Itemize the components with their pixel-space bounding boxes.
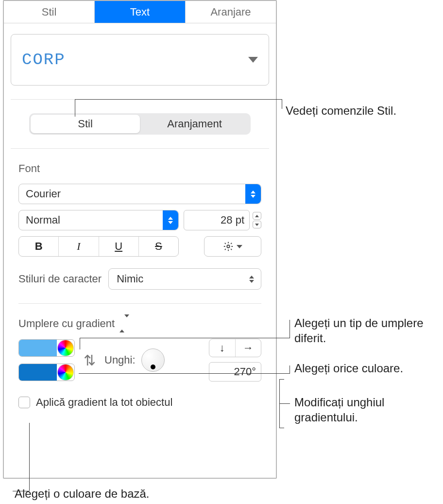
leader-line xyxy=(79,373,290,374)
callout-angle: Modificați unghiul gradientului. xyxy=(294,395,430,425)
chevron-down-icon xyxy=(248,57,258,63)
strikethrough-button[interactable]: S xyxy=(139,237,178,256)
bold-button[interactable]: B xyxy=(19,237,59,256)
stop2-swatch[interactable] xyxy=(19,364,57,381)
fill-type-label: Umplere cu gradient xyxy=(18,317,115,330)
leader-line xyxy=(279,403,290,404)
svg-point-0 xyxy=(227,245,230,248)
tab-text[interactable]: Text xyxy=(95,1,186,23)
callout-base-color: Alegeți o culoare de bază. xyxy=(15,486,150,501)
leader-line xyxy=(279,379,284,380)
direction-right-button[interactable]: → xyxy=(236,339,261,357)
advanced-options-button[interactable] xyxy=(204,236,261,257)
font-section-label: Font xyxy=(18,162,261,175)
updown-icon xyxy=(245,184,261,204)
direction-down-button[interactable]: ↓ xyxy=(209,339,236,357)
leader-line xyxy=(80,338,80,349)
segment-style[interactable]: Stil xyxy=(31,115,140,133)
leader-line xyxy=(29,423,30,491)
callout-see-style: Vedeți comenzile Stil. xyxy=(286,103,396,118)
angle-label: Unghi: xyxy=(104,354,136,366)
leader-line xyxy=(13,491,29,491)
character-styles-label: Stiluri de caracter xyxy=(18,273,102,285)
callout-fill-type: Alegeți un tip de umplere diferit. xyxy=(294,315,430,346)
text-format-group: B I U S xyxy=(18,236,179,257)
font-family-popup[interactable]: Courier xyxy=(18,184,261,204)
font-typeface-popup[interactable]: Normal xyxy=(18,210,179,230)
angle-field[interactable]: 270° xyxy=(209,362,261,382)
character-styles-value: Nimic xyxy=(117,273,143,285)
italic-button[interactable]: I xyxy=(59,237,99,256)
divider xyxy=(18,303,261,304)
leader-line xyxy=(282,99,282,109)
tab-arrange[interactable]: Aranjare xyxy=(186,1,276,23)
apply-gradient-checkbox[interactable] xyxy=(18,397,30,408)
paragraph-style-popup[interactable]: CORP xyxy=(11,34,269,86)
flip-gradient-icon[interactable]: ⇅ xyxy=(84,352,96,369)
paragraph-style-name: CORP xyxy=(22,51,66,69)
stepper-down[interactable] xyxy=(253,221,261,228)
angle-value: 270° xyxy=(234,365,256,378)
leader-line xyxy=(75,99,282,100)
color-wheel-icon[interactable] xyxy=(57,364,74,381)
font-size-field[interactable]: 28 pt xyxy=(184,210,250,230)
divider xyxy=(11,148,269,149)
fill-type-popup[interactable]: Umplere cu gradient xyxy=(18,317,261,330)
font-size-value: 28 pt xyxy=(221,214,244,226)
gradient-direction-group: ↓ → xyxy=(209,339,261,357)
style-arrangement-segment: Stil Aranjament xyxy=(29,113,251,135)
gear-icon xyxy=(223,241,234,252)
gradient-stops xyxy=(18,339,75,381)
stepper-up[interactable] xyxy=(253,212,261,220)
character-styles-popup[interactable]: Nimic xyxy=(108,268,261,290)
top-tabs: Stil Text Aranjare xyxy=(4,1,276,23)
stop1-swatch[interactable] xyxy=(19,340,57,356)
leader-line xyxy=(279,428,284,428)
knob-dot-icon xyxy=(151,365,155,369)
underline-button[interactable]: U xyxy=(99,237,139,256)
leader-line xyxy=(290,365,290,374)
leader-line xyxy=(80,338,290,338)
updown-icon xyxy=(119,317,129,330)
gradient-stop-2 xyxy=(18,364,75,381)
color-wheel-icon[interactable] xyxy=(57,340,74,356)
chevron-down-icon xyxy=(237,245,242,248)
font-family-value: Courier xyxy=(26,188,61,200)
font-typeface-value: Normal xyxy=(26,214,60,226)
gradient-stop-1 xyxy=(18,339,75,357)
tab-style[interactable]: Stil xyxy=(4,1,95,23)
segment-arrangement[interactable]: Aranjament xyxy=(140,115,249,133)
updown-icon xyxy=(249,276,254,283)
callout-any-color: Alegeți orice culoare. xyxy=(294,361,403,376)
apply-gradient-label: Aplică gradient la tot obiectul xyxy=(36,396,172,409)
angle-knob[interactable] xyxy=(141,348,165,372)
font-size-stepper xyxy=(253,212,261,228)
inspector-panel: Stil Text Aranjare CORP Stil Aranjament … xyxy=(3,0,277,479)
leader-line xyxy=(75,99,75,117)
updown-icon xyxy=(163,210,178,230)
leader-line xyxy=(290,320,290,338)
